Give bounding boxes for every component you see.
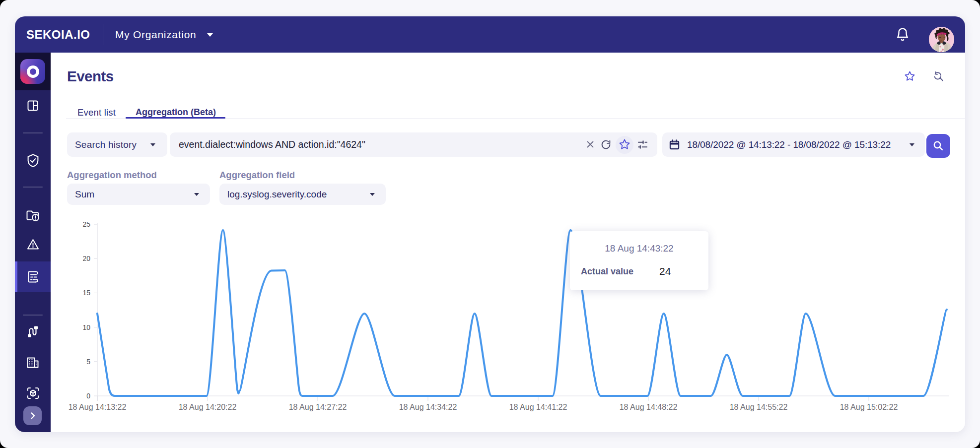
- svg-text:20: 20: [82, 255, 90, 262]
- svg-text:15: 15: [82, 289, 90, 297]
- svg-text:5: 5: [86, 358, 90, 366]
- svg-text:18 Aug 14:34:22: 18 Aug 14:34:22: [399, 403, 457, 411]
- svg-text:25: 25: [82, 220, 90, 228]
- svg-text:18 Aug 15:02:22: 18 Aug 15:02:22: [840, 403, 898, 411]
- svg-text:18 Aug 14:20:22: 18 Aug 14:20:22: [179, 403, 237, 411]
- svg-text:18 Aug 14:41:22: 18 Aug 14:41:22: [509, 403, 567, 411]
- svg-text:18 Aug 14:48:22: 18 Aug 14:48:22: [620, 403, 678, 411]
- svg-text:18 Aug 14:55:22: 18 Aug 14:55:22: [730, 403, 788, 411]
- svg-text:0: 0: [86, 392, 90, 400]
- svg-text:10: 10: [82, 323, 90, 331]
- svg-text:18 Aug 14:27:22: 18 Aug 14:27:22: [289, 403, 347, 411]
- svg-text:18 Aug 14:13:22: 18 Aug 14:13:22: [69, 403, 127, 411]
